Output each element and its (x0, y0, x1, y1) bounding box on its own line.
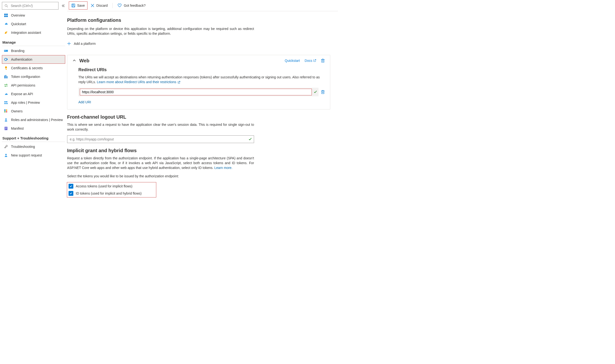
svg-point-6 (6, 32, 7, 32)
checkbox-checked-icon (68, 184, 73, 189)
sidebar-item-quickstart[interactable]: Quickstart (2, 20, 65, 28)
sidebar-item-label: App roles | Preview (11, 101, 40, 104)
discard-label: Discard (96, 4, 108, 7)
svg-rect-8 (5, 50, 5, 51)
search-input[interactable] (10, 4, 56, 8)
logout-url-field[interactable] (67, 135, 254, 143)
sidebar-item-certificates[interactable]: Certificates & secrets (2, 64, 65, 72)
svg-rect-15 (7, 76, 7, 78)
redirect-learn-link[interactable]: Learn more about Redirect URIs and their… (97, 80, 180, 84)
swap-icon (4, 83, 8, 88)
checkbox-checked-icon (68, 191, 73, 196)
add-platform-label: Add a platform (74, 42, 96, 46)
branding-icon (4, 49, 8, 53)
implicit-heading: Implicit grant and hybrid flows (67, 148, 330, 153)
sidebar-item-label: Token configuration (11, 75, 40, 78)
redirect-uri-row (78, 88, 318, 96)
svg-point-22 (5, 118, 7, 120)
redirect-learn-text: Learn more about Redirect URIs and their… (97, 80, 176, 84)
sidebar-item-authentication[interactable]: Authentication (2, 55, 65, 64)
discard-button[interactable]: Discard (88, 2, 110, 9)
svg-point-27 (5, 154, 7, 155)
plus-icon (67, 42, 71, 46)
sidebar-item-label: Owners (11, 109, 23, 113)
sidebar-item-label: New support request (11, 153, 42, 157)
id-tokens-checkbox-row[interactable]: ID tokens (used for implicit and hybrid … (68, 191, 142, 196)
save-icon (71, 4, 75, 7)
logout-desc: This is where we send a request to have … (67, 122, 254, 132)
sidebar-item-troubleshooting[interactable]: Troubleshooting (2, 142, 65, 151)
rocket-icon (4, 30, 8, 35)
access-tokens-checkbox-row[interactable]: Access tokens (used for implicit flows) (68, 184, 142, 189)
sidebar-item-new-support[interactable]: New support request (2, 151, 65, 160)
sidebar-item-expose-api[interactable]: Expose an API (2, 90, 65, 98)
sidebar-item-label: Troubleshooting (11, 145, 35, 149)
svg-rect-24 (5, 128, 7, 128)
svg-rect-18 (4, 109, 5, 111)
chevron-up-icon[interactable] (73, 59, 76, 62)
save-button[interactable]: Save (69, 2, 87, 9)
sidebar-item-roles-admins[interactable]: Roles and administrators | Preview (2, 116, 65, 124)
search-input-wrapper[interactable] (2, 2, 58, 10)
sidebar-item-label: Roles and administrators | Preview (11, 118, 63, 122)
token-checkbox-group: Access tokens (used for implicit flows) … (67, 182, 156, 197)
sidebar-item-label: API permissions (11, 83, 35, 87)
svg-rect-21 (6, 111, 7, 112)
collapse-sidebar-icon[interactable] (61, 4, 65, 8)
redirect-uris-heading: Redirect URIs (78, 67, 325, 72)
implicit-select-label: Select the tokens you would like to be i… (67, 174, 330, 179)
sidebar-item-owners[interactable]: Owners (2, 107, 65, 116)
toolbar: Save Discard Got feedback? (67, 0, 338, 11)
external-link-icon (178, 81, 180, 84)
sidebar-item-branding[interactable]: Branding (2, 47, 65, 55)
sidebar-item-label: Expose an API (11, 92, 33, 96)
docs-label: Docs (305, 59, 312, 63)
sidebar-item-token-config[interactable]: Token configuration (2, 72, 65, 81)
svg-rect-7 (4, 50, 8, 52)
bars-icon (4, 75, 8, 79)
main-content: Save Discard Got feedback? Platform conf… (67, 0, 338, 364)
sidebar-item-label: Manifest (11, 127, 24, 130)
svg-point-10 (5, 66, 7, 68)
sidebar-item-manifest[interactable]: Manifest (2, 124, 65, 133)
platform-description: Depending on the platform or device this… (67, 26, 254, 36)
implicit-desc: Request a token directly from the author… (67, 156, 254, 170)
web-platform-card: Web Quickstart Docs (67, 55, 330, 110)
sidebar-item-label: Authentication (11, 57, 32, 61)
sidebar-item-integration[interactable]: Integration assistant (2, 28, 65, 37)
sidebar-item-label: Integration assistant (11, 31, 41, 35)
checkbox-label: Access tokens (used for implicit flows) (76, 184, 132, 188)
sidebar-item-overview[interactable]: Overview (2, 11, 65, 20)
platform-heading: Platform configurations (67, 17, 330, 23)
implicit-learn-link[interactable]: Learn more. (214, 166, 232, 170)
svg-rect-29 (72, 4, 74, 5)
svg-rect-25 (5, 128, 7, 129)
delete-platform-icon[interactable] (321, 58, 325, 63)
docs-link[interactable]: Docs (305, 59, 316, 63)
feedback-button[interactable]: Got feedback? (115, 2, 148, 9)
svg-rect-30 (72, 6, 74, 7)
svg-rect-2 (4, 14, 6, 15)
support-person-icon (4, 153, 8, 157)
wrench-icon (4, 144, 8, 149)
quickstart-link[interactable]: Quickstart (285, 59, 300, 63)
sidebar-item-label: Certificates & secrets (11, 66, 43, 70)
cloud-lightning-icon (4, 22, 8, 26)
delete-uri-icon[interactable] (321, 90, 325, 94)
feedback-label: Got feedback? (124, 4, 145, 7)
sidebar-item-api-permissions[interactable]: API permissions (2, 81, 65, 90)
web-card-title: Web (79, 58, 281, 64)
svg-rect-12 (6, 69, 7, 70)
add-uri-link[interactable]: Add URI (78, 100, 91, 104)
add-platform-button[interactable]: Add a platform (67, 39, 96, 48)
svg-point-16 (4, 101, 6, 103)
svg-rect-3 (6, 14, 8, 15)
sidebar-group-support: Support + Troubleshooting (2, 134, 65, 142)
external-link-icon (313, 59, 316, 62)
svg-point-0 (5, 5, 7, 7)
redirect-uri-input[interactable] (80, 89, 312, 95)
owners-icon (4, 109, 8, 113)
sidebar-item-app-roles[interactable]: App roles | Preview (2, 98, 65, 107)
sidebar: Overview Quickstart Integration assistan… (0, 0, 67, 364)
logout-url-input[interactable] (69, 137, 247, 141)
